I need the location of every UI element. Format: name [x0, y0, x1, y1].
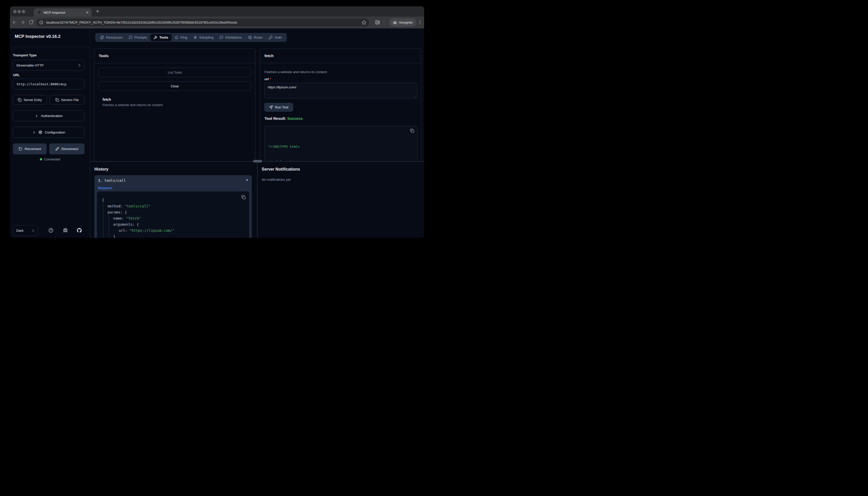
triangle-down-icon[interactable]: ▼	[246, 179, 249, 182]
tool-result-code-block[interactable]: "<!DOCTYPE html> <html lang="en"> <head>…	[264, 126, 417, 162]
list-tools-button[interactable]: List Tools	[98, 68, 251, 77]
connected-dot-icon	[40, 158, 42, 160]
browser-menu-icon[interactable]	[417, 20, 423, 25]
disconnect-label: Disconnect	[61, 147, 78, 151]
browser-tab-strip: MCP Inspector	[10, 6, 424, 16]
unplug-icon	[55, 147, 59, 151]
tab-prompts[interactable]: Prompts	[126, 33, 150, 42]
tab-close-icon[interactable]	[85, 11, 89, 14]
splitter-drag-handle[interactable]	[253, 160, 262, 162]
tab-resources[interactable]: Resources	[97, 33, 126, 42]
browser-tab[interactable]: MCP Inspector	[34, 9, 92, 16]
tab-elicitations[interactable]: Elicitations	[217, 33, 245, 42]
tab-tools[interactable]: Tools	[150, 34, 172, 41]
result-line: "<!DOCTYPE html>	[268, 144, 414, 150]
copy-icon	[18, 98, 21, 102]
server-url-input[interactable]	[13, 79, 84, 89]
back-icon[interactable]	[12, 20, 17, 25]
mcp-favicon-icon	[37, 11, 41, 14]
run-tool-button[interactable]: Run Tool	[264, 103, 293, 112]
report-bug-button[interactable]	[63, 228, 68, 233]
feature-tabs: Resources Prompts Tools Ping Sampling El…	[95, 33, 287, 42]
tool-detail-panel: fetch Fetches a website and returns its …	[260, 48, 421, 162]
gear-icon	[38, 130, 42, 134]
tool-detail-description: Fetches a website and returns its conten…	[265, 70, 327, 74]
macos-zoom-button[interactable]	[22, 10, 25, 13]
request-line: method: "tools/call"	[102, 203, 246, 209]
configuration-label: Configuration	[45, 130, 65, 134]
hammer-icon	[154, 35, 157, 39]
files-icon	[100, 35, 104, 39]
github-button[interactable]	[77, 228, 82, 233]
browser-toolbar: localhost:6274/?MCP_PROXY_AUTH_TOKEN=9e7…	[10, 16, 424, 28]
app-title: MCP Inspector v0.16.2	[15, 34, 60, 39]
help-circle-icon	[48, 228, 53, 233]
github-icon	[77, 228, 82, 233]
request-line: }	[102, 234, 246, 238]
macos-minimize-button[interactable]	[17, 10, 21, 13]
message-square-icon	[220, 35, 223, 39]
notifications-empty-message: No notifications yet	[262, 178, 290, 182]
sidebar-divider	[10, 47, 90, 47]
site-info-icon[interactable]	[38, 20, 44, 26]
tab-sampling[interactable]: Sampling	[190, 33, 217, 42]
bookmark-star-icon[interactable]	[362, 20, 366, 25]
send-icon	[269, 105, 273, 109]
message-square-icon	[129, 35, 132, 39]
history-title: History	[94, 167, 108, 172]
clear-button[interactable]: Clear	[98, 81, 251, 91]
disconnect-button[interactable]: Disconnect	[49, 143, 84, 154]
transport-type-label: Transport Type	[13, 53, 36, 57]
new-tab-button[interactable]	[95, 9, 100, 14]
request-line: url: "https://lipsum.com/"	[102, 228, 246, 234]
reconnect-label: Reconnect	[25, 147, 41, 151]
chevron-right-icon	[35, 114, 38, 118]
tool-result-status: Success	[287, 116, 303, 121]
authentication-button[interactable]: Authentication	[13, 110, 84, 121]
chevrons-up-down-icon	[31, 229, 35, 232]
tool-item-description: Fetches a website and returns its conten…	[102, 103, 163, 107]
theme-value: Dark	[16, 229, 23, 233]
configuration-button[interactable]: Configuration	[13, 127, 84, 138]
copy-icon[interactable]	[410, 129, 414, 133]
request-code-block[interactable]: { method: "tools/call" params: { name: "…	[97, 191, 249, 238]
help-button[interactable]	[48, 228, 53, 233]
servers-file-button[interactable]: Servers File	[49, 95, 84, 105]
history-entry-card: 3. tools/call ▼ Request: { method: "tool…	[94, 175, 252, 238]
address-bar[interactable]: localhost:6274/?MCP_PROXY_AUTH_TOKEN=9e7…	[36, 18, 369, 26]
url-param-input[interactable]: https://lipsum.com/	[264, 83, 417, 98]
transport-type-value: Streamable HTTP	[16, 63, 44, 67]
vertical-splitter[interactable]	[257, 162, 258, 238]
tab-ping[interactable]: Ping	[172, 33, 190, 42]
request-label: Request:	[98, 186, 113, 190]
tool-detail-title: fetch	[265, 53, 273, 58]
resize-handle-icon[interactable]	[413, 95, 416, 98]
connection-status-label: Connected	[44, 157, 60, 161]
servers-file-label: Servers File	[61, 98, 79, 102]
forward-icon[interactable]	[20, 20, 26, 25]
request-line: arguments: {	[102, 221, 246, 228]
server-entry-label: Server Entry	[23, 98, 42, 102]
transport-type-select[interactable]: Streamable HTTP	[13, 60, 84, 71]
key-icon	[269, 35, 272, 39]
server-entry-button[interactable]: Server Entry	[13, 95, 47, 105]
reload-icon[interactable]	[29, 20, 33, 25]
copy-icon[interactable]	[241, 195, 246, 199]
url-label: URL	[13, 73, 20, 77]
url-param-label: url *	[265, 77, 271, 81]
server-notifications-title: Server Notifications	[262, 167, 300, 172]
tab-roots[interactable]: Roots	[245, 33, 266, 42]
tab-auth[interactable]: Auth	[266, 33, 285, 42]
tools-panel-title: Tools	[99, 53, 109, 58]
side-panel-search-icon[interactable]	[375, 20, 380, 25]
macos-close-button[interactable]	[13, 10, 16, 13]
chevron-right-icon	[32, 130, 36, 134]
theme-select[interactable]: Dark	[13, 225, 38, 236]
reconnect-button[interactable]: Reconnect	[13, 143, 47, 154]
address-bar-url[interactable]: localhost:6274/?MCP_PROXY_AUTH_TOKEN=9e7…	[46, 20, 362, 25]
incognito-badge: Incognito	[389, 18, 416, 27]
history-entry-label: 3. tools/call	[98, 179, 126, 183]
incognito-label: Incognito	[399, 20, 413, 25]
incognito-icon	[393, 20, 397, 25]
required-asterisk: *	[270, 77, 271, 81]
